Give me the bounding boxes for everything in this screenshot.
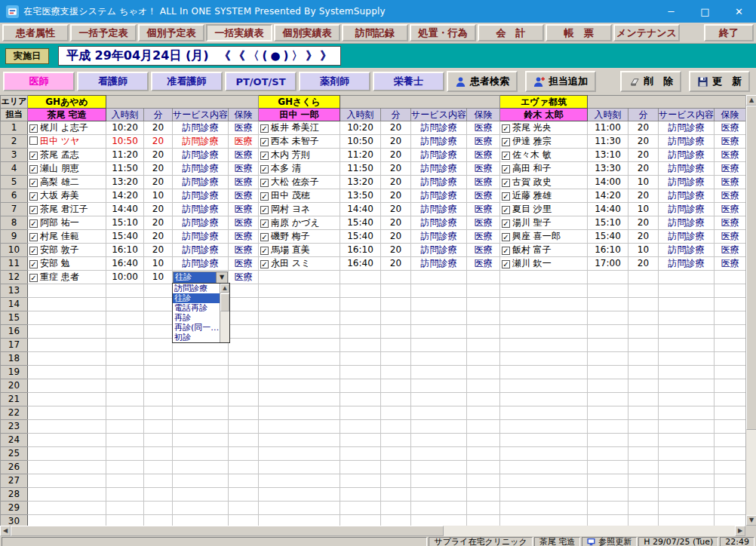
service-cell[interactable]: 訪問診療 bbox=[411, 203, 467, 216]
insurance-cell[interactable]: 医療 bbox=[467, 257, 500, 271]
insurance-cell[interactable]: 医療 bbox=[229, 135, 259, 149]
jisshibi-button[interactable]: 実施日 bbox=[5, 48, 49, 64]
menu-button-4[interactable]: 個別実績表 bbox=[274, 24, 340, 41]
insurance-cell[interactable]: 医療 bbox=[715, 135, 746, 149]
visit-checkbox[interactable]: ✓ bbox=[260, 165, 269, 173]
patient-cell[interactable]: ✓西本 未智子 bbox=[259, 135, 340, 149]
date-nav-button-1[interactable]: 《 bbox=[232, 49, 247, 63]
patient-cell[interactable]: ✓瀬山 朋恵 bbox=[28, 162, 106, 176]
minutes-cell[interactable]: 20 bbox=[144, 135, 173, 149]
insurance-cell[interactable]: 医療 bbox=[715, 203, 746, 216]
patient-cell[interactable]: ✓梶川 よ志子 bbox=[28, 121, 106, 135]
time-cell[interactable]: 11:20 bbox=[106, 149, 144, 162]
visit-checkbox[interactable]: ✓ bbox=[260, 219, 269, 228]
minutes-cell[interactable]: 10 bbox=[628, 176, 659, 189]
status-update-mode[interactable]: 参照更新 bbox=[582, 537, 637, 546]
insurance-cell[interactable]: 医療 bbox=[467, 121, 500, 135]
staff-tab-2[interactable]: 准看護師 bbox=[151, 72, 223, 91]
time-cell[interactable]: 13:50 bbox=[340, 189, 381, 203]
time-cell[interactable]: 14:40 bbox=[340, 203, 381, 216]
menu-button-8[interactable]: 帳 票 bbox=[545, 24, 612, 41]
staff-tab-3[interactable]: PT/OT/ST bbox=[225, 72, 297, 91]
menu-button-1[interactable]: 一括予定表 bbox=[70, 24, 137, 41]
service-cell[interactable]: 訪問診療 bbox=[173, 121, 229, 135]
minutes-cell[interactable]: 10 bbox=[628, 203, 659, 216]
time-cell[interactable]: 15:10 bbox=[588, 216, 628, 230]
insurance-cell[interactable]: 医療 bbox=[229, 162, 259, 176]
minutes-cell[interactable]: 20 bbox=[381, 162, 411, 176]
patient-cell[interactable]: ✓高梨 雄二 bbox=[28, 176, 106, 189]
time-cell[interactable]: 10:20 bbox=[106, 121, 144, 135]
time-cell[interactable]: 11:20 bbox=[340, 149, 381, 162]
insurance-cell[interactable]: 医療 bbox=[229, 189, 259, 203]
time-cell[interactable]: 11:30 bbox=[588, 135, 628, 149]
service-cell[interactable]: 訪問診療 bbox=[659, 216, 715, 230]
minutes-cell[interactable]: 20 bbox=[144, 230, 173, 244]
scroll-left-icon[interactable]: ◀ bbox=[0, 526, 11, 536]
time-cell[interactable]: 11:50 bbox=[340, 162, 381, 176]
service-cell[interactable]: 訪問診療 bbox=[659, 135, 715, 149]
insurance-cell[interactable]: 医療 bbox=[467, 203, 500, 216]
minutes-cell[interactable]: 10 bbox=[628, 244, 659, 257]
time-cell[interactable]: 15:40 bbox=[588, 230, 628, 244]
insurance-cell[interactable]: 医療 bbox=[467, 149, 500, 162]
insurance-cell[interactable]: 医療 bbox=[229, 203, 259, 216]
minutes-cell[interactable]: 20 bbox=[628, 216, 659, 230]
time-cell[interactable]: 16:10 bbox=[340, 244, 381, 257]
service-cell[interactable]: 訪問診療 bbox=[411, 244, 467, 257]
staff-add-button[interactable]: 担当追加 bbox=[525, 71, 596, 92]
service-cell[interactable]: 訪問診療 bbox=[411, 149, 467, 162]
menu-button-7[interactable]: 会 計 bbox=[478, 24, 544, 41]
time-cell[interactable]: 11:00 bbox=[588, 121, 628, 135]
visit-checkbox[interactable]: ✓ bbox=[260, 138, 269, 146]
minutes-cell[interactable]: 20 bbox=[381, 203, 411, 216]
dropdown-item-1[interactable]: 往診 bbox=[173, 293, 220, 303]
minutes-cell[interactable]: 20 bbox=[381, 176, 411, 189]
insurance-cell[interactable]: 医療 bbox=[467, 230, 500, 244]
time-cell[interactable]: 14:20 bbox=[106, 189, 144, 203]
minutes-cell[interactable]: 20 bbox=[381, 135, 411, 149]
visit-checkbox[interactable]: ✓ bbox=[260, 206, 269, 214]
insurance-cell[interactable]: 医療 bbox=[229, 271, 259, 284]
service-cell[interactable]: 訪問診療 bbox=[659, 149, 715, 162]
patient-cell[interactable]: ✓興座 喜一郎 bbox=[500, 230, 588, 244]
minutes-cell[interactable]: 20 bbox=[381, 216, 411, 230]
time-cell[interactable]: 16:10 bbox=[588, 244, 628, 257]
minutes-cell[interactable]: 10 bbox=[144, 257, 173, 271]
patient-cell[interactable]: ✓高田 和子 bbox=[500, 162, 588, 176]
date-nav-button-6[interactable]: 〉 bbox=[290, 49, 304, 63]
combobox-dropdown-icon[interactable]: ▼ bbox=[216, 272, 227, 283]
insurance-cell[interactable]: 医療 bbox=[467, 162, 500, 176]
visit-checkbox[interactable]: ✓ bbox=[502, 247, 510, 255]
service-cell[interactable]: 往診▼ bbox=[173, 271, 229, 284]
service-cell[interactable]: 訪問診療 bbox=[659, 176, 715, 189]
service-cell[interactable]: 訪問診療 bbox=[411, 257, 467, 271]
insurance-cell[interactable]: 医療 bbox=[229, 216, 259, 230]
scroll-right-icon[interactable]: ▶ bbox=[735, 526, 745, 536]
patient-cell[interactable]: ✓安部 勉 bbox=[28, 257, 106, 271]
vertical-scrollbar[interactable]: ▲ ▼ bbox=[745, 95, 756, 526]
service-cell[interactable]: 訪問診療 bbox=[411, 216, 467, 230]
date-nav-button-7[interactable]: 》 bbox=[304, 49, 318, 63]
visit-checkbox[interactable]: ✓ bbox=[260, 179, 269, 187]
visit-checkbox[interactable]: ✓ bbox=[502, 165, 510, 173]
visit-checkbox[interactable]: ✓ bbox=[502, 233, 510, 241]
minutes-cell[interactable]: 20 bbox=[144, 244, 173, 257]
patient-cell[interactable]: ✓岡村 ヨネ bbox=[259, 203, 340, 216]
insurance-cell[interactable]: 医療 bbox=[229, 230, 259, 244]
visit-checkbox[interactable] bbox=[29, 136, 38, 145]
insurance-cell[interactable]: 医療 bbox=[715, 121, 746, 135]
menu-button-2[interactable]: 個別予定表 bbox=[138, 24, 204, 41]
service-cell[interactable]: 訪問診療 bbox=[173, 216, 229, 230]
service-cell[interactable]: 訪問診療 bbox=[173, 135, 229, 149]
minutes-cell[interactable]: 20 bbox=[144, 149, 173, 162]
service-cell[interactable]: 訪問診療 bbox=[173, 203, 229, 216]
visit-checkbox[interactable]: ✓ bbox=[29, 274, 38, 282]
minutes-cell[interactable]: 20 bbox=[381, 244, 411, 257]
horizontal-scroll-thumb[interactable] bbox=[11, 526, 444, 536]
patient-cell[interactable]: ✓板井 希美江 bbox=[259, 121, 340, 135]
insurance-cell[interactable]: 医療 bbox=[715, 176, 746, 189]
minutes-cell[interactable]: 20 bbox=[381, 257, 411, 271]
service-cell[interactable]: 訪問診療 bbox=[173, 257, 229, 271]
visit-checkbox[interactable]: ✓ bbox=[260, 247, 269, 255]
